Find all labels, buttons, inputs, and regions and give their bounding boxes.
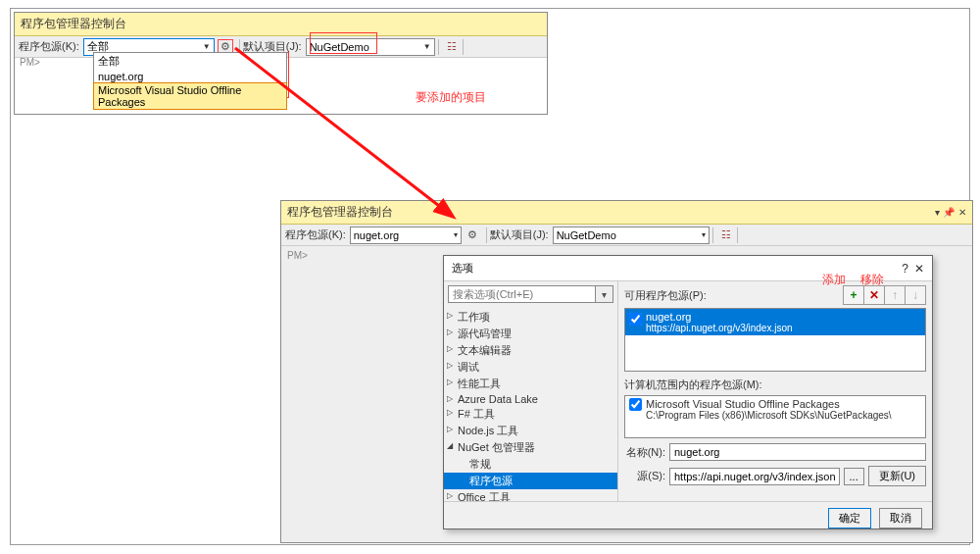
chevron-down-icon: ▼ (203, 42, 211, 51)
dialog-footer: 确定 取消 (444, 501, 932, 534)
expand-icon[interactable]: ▷ (447, 344, 453, 353)
tree-item-label: 源代码管理 (458, 327, 512, 339)
tree-item-label: Azure Data Lake (458, 393, 538, 405)
machine-name: Microsoft Visual Studio Offline Packages (646, 398, 892, 410)
update-button[interactable]: 更新(U) (868, 466, 926, 486)
tree-item[interactable]: ▷Azure Data Lake (444, 392, 617, 406)
machine-path: C:\Program Files (x86)\Microsoft SDKs\Nu… (646, 410, 892, 421)
tree-item-label: 文本编辑器 (458, 344, 512, 356)
tree-item-label: Node.js 工具 (458, 425, 518, 436)
tree-item[interactable]: ▷性能工具 (444, 376, 617, 392)
arrow-icon (231, 44, 462, 226)
tree-item[interactable]: 常规 (444, 456, 617, 473)
machine-checkbox[interactable] (629, 398, 642, 411)
options-tree[interactable]: ▷工作项▷源代码管理▷文本编辑器▷调试▷性能工具▷Azure Data Lake… (444, 307, 617, 501)
chevron-down-icon: ▾ (454, 230, 458, 239)
source-label: 程序包源(K): (285, 227, 346, 242)
help-icon[interactable]: ? (902, 262, 908, 276)
ok-button[interactable]: 确定 (828, 508, 871, 529)
expand-icon[interactable]: ▷ (447, 311, 453, 320)
options-search: ▾ (448, 285, 613, 303)
gear-icon[interactable]: ⚙ (465, 227, 480, 243)
tree-item[interactable]: ◢NuGet 包管理器 (444, 439, 617, 456)
source-checkbox[interactable] (629, 313, 642, 326)
cancel-button[interactable]: 取消 (879, 508, 922, 529)
search-dropdown-icon[interactable]: ▾ (596, 285, 613, 303)
source-dropdown[interactable]: nuget.org ▾ (350, 227, 462, 244)
close-icon[interactable]: ✕ (914, 262, 924, 276)
panel-title: 程序包管理器控制台 (15, 13, 547, 36)
machine-sources-list[interactable]: Microsoft Visual Studio Offline Packages… (624, 395, 926, 438)
tree-item-label: 调试 (458, 361, 479, 373)
add-source-button[interactable]: + (843, 285, 864, 305)
remove-source-button[interactable]: ✕ (863, 285, 885, 305)
expand-icon[interactable]: ▷ (447, 327, 453, 336)
tree-item-label: 工作项 (458, 311, 490, 323)
source-list-item[interactable]: nuget.org https://api.nuget.org/v3/index… (625, 309, 925, 335)
annot-add: 添加 (822, 272, 846, 288)
tree-item-label: 程序包源 (469, 475, 513, 486)
expand-icon[interactable]: ▷ (447, 394, 453, 403)
project-dropdown[interactable]: NuGetDemo ▾ (553, 227, 710, 244)
expand-icon[interactable]: ▷ (447, 408, 453, 417)
tree-item[interactable]: ▷源代码管理 (444, 326, 617, 342)
name-input[interactable] (669, 443, 926, 461)
dialog-titlebar: 选项 ? ✕ (444, 256, 932, 281)
tree-item-label: F# 工具 (458, 408, 495, 420)
panel-toolbar: 程序包源(K): nuget.org ▾ ⚙ 默认项目(J): NuGetDem… (281, 225, 972, 246)
browse-button[interactable]: ... (844, 468, 864, 485)
pm-prompt: PM> (20, 57, 40, 68)
expand-icon[interactable]: ▷ (447, 378, 453, 386)
expand-icon[interactable]: ◢ (447, 441, 453, 450)
source-field-label: 源(S): (624, 469, 665, 483)
tree-item[interactable]: ▷文本编辑器 (444, 342, 617, 359)
tree-item[interactable]: ▷Node.js 工具 (444, 423, 617, 439)
options-dialog: 选项 ? ✕ ▾ ▷工作项▷源代码管理▷文本编辑器▷调试▷性能工具▷Azure … (443, 255, 933, 529)
pmc-panel-main: 程序包管理器控制台 ▾ 📌 ✕ 程序包源(K): nuget.org ▾ ⚙ 默… (280, 200, 973, 543)
dialog-right-pane: 可用程序包源(P): + ✕ ↑ ↓ nuget.org (618, 281, 932, 501)
source-name: nuget.org (646, 311, 793, 323)
dialog-title-text: 选项 (452, 261, 473, 276)
machine-list-item[interactable]: Microsoft Visual Studio Offline Packages… (625, 396, 925, 423)
expand-icon[interactable]: ▷ (447, 491, 453, 500)
tree-item[interactable]: ▷调试 (444, 359, 617, 376)
available-sources-label: 可用程序包源(P): (624, 288, 707, 303)
project-label: 默认项目(J): (490, 227, 549, 242)
available-sources-list[interactable]: nuget.org https://api.nuget.org/v3/index… (624, 308, 926, 372)
tree-item-label: 常规 (469, 458, 491, 470)
tree-item[interactable]: ▷F# 工具 (444, 406, 617, 423)
tree-item[interactable]: ▷工作项 (444, 309, 617, 326)
tree-item-label: Office 工具 (458, 491, 511, 501)
move-down-button[interactable]: ↓ (905, 285, 926, 305)
source-input[interactable] (669, 468, 840, 485)
expand-icon[interactable]: ▷ (447, 361, 453, 370)
expand-icon[interactable]: ▷ (447, 425, 453, 433)
tree-item-label: 性能工具 (458, 378, 501, 389)
svg-line-1 (235, 48, 452, 216)
tree-item[interactable]: ▷Office 工具 (444, 489, 617, 501)
annot-remove: 移除 (860, 272, 884, 288)
move-up-button[interactable]: ↑ (884, 285, 906, 305)
tree-item-selected[interactable]: 程序包源 (444, 473, 617, 489)
clear-icon[interactable]: ☷ (718, 227, 734, 243)
machine-sources-label: 计算机范围内的程序包源(M): (624, 378, 926, 392)
search-input[interactable] (448, 285, 596, 303)
tree-item-label: NuGet 包管理器 (458, 441, 535, 453)
source-toolbar: + ✕ ↑ ↓ (844, 285, 926, 305)
source-label: 程序包源(K): (19, 39, 79, 54)
name-field-label: 名称(N): (624, 445, 665, 460)
dialog-left-pane: ▾ ▷工作项▷源代码管理▷文本编辑器▷调试▷性能工具▷Azure Data La… (444, 281, 618, 501)
source-url: https://api.nuget.org/v3/index.json (646, 323, 793, 333)
pin-icon[interactable]: ▾ 📌 (935, 207, 955, 218)
close-icon[interactable]: ✕ (958, 207, 966, 218)
chevron-down-icon: ▾ (702, 230, 706, 239)
